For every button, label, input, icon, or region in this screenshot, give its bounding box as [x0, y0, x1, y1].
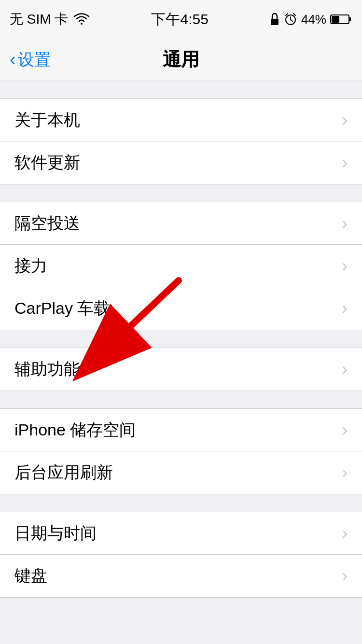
- section-gap-2: [0, 184, 362, 202]
- settings-item-label-airdrop: 隔空投送: [14, 212, 80, 235]
- settings-item-label-iphone-storage: iPhone 储存空间: [14, 419, 136, 441]
- settings-item-handoff[interactable]: 接力 ›: [0, 245, 362, 287]
- back-button[interactable]: ‹ 设置: [10, 49, 51, 71]
- svg-rect-0: [271, 19, 278, 25]
- settings-group-4: iPhone 储存空间 › 后台应用刷新 ›: [0, 408, 362, 494]
- settings-item-label-handoff: 接力: [14, 255, 47, 277]
- chevron-icon-accessibility: ›: [342, 359, 348, 379]
- battery-icon: [330, 14, 352, 25]
- carrier-text: 无 SIM 卡: [10, 10, 68, 28]
- settings-item-label-software-update: 软件更新: [14, 152, 80, 174]
- lock-icon: [269, 13, 280, 26]
- settings-item-iphone-storage[interactable]: iPhone 储存空间 ›: [0, 409, 362, 451]
- svg-line-4: [286, 14, 288, 15]
- settings-item-label-keyboard: 键盘: [14, 565, 47, 587]
- settings-item-label-accessibility: 辅助功能: [14, 358, 80, 380]
- settings-group-3: 辅助功能 ›: [0, 348, 362, 391]
- nav-title: 通用: [163, 47, 199, 72]
- settings-group-5: 日期与时间 › 键盘 ›: [0, 512, 362, 598]
- section-gap-5: [0, 494, 362, 512]
- status-right: 44%: [269, 12, 352, 27]
- back-chevron-icon: ‹: [10, 49, 16, 70]
- settings-item-label-date-time: 日期与时间: [14, 522, 97, 545]
- chevron-icon-date-time: ›: [342, 523, 348, 544]
- section-gap-top: [0, 81, 362, 98]
- chevron-icon-about: ›: [342, 110, 348, 130]
- svg-rect-7: [349, 17, 351, 21]
- settings-item-label-background-refresh: 后台应用刷新: [14, 462, 113, 484]
- chevron-icon-software-update: ›: [342, 153, 348, 173]
- settings-item-carplay[interactable]: CarPlay 车载 ›: [0, 287, 362, 330]
- status-time: 下午4:55: [151, 10, 208, 29]
- settings-item-label-carplay: CarPlay 车载: [14, 297, 110, 320]
- settings-item-software-update[interactable]: 软件更新 ›: [0, 141, 362, 184]
- settings-item-keyboard[interactable]: 键盘 ›: [0, 555, 362, 597]
- chevron-icon-handoff: ›: [342, 256, 348, 276]
- svg-rect-8: [332, 16, 339, 23]
- status-bar: 无 SIM 卡 下午4:55 44%: [0, 0, 362, 39]
- svg-line-3: [291, 20, 292, 21]
- settings-item-label-about: 关于本机: [14, 109, 80, 131]
- settings-item-background-refresh[interactable]: 后台应用刷新 ›: [0, 451, 362, 494]
- chevron-icon-background-refresh: ›: [342, 462, 348, 483]
- settings-item-accessibility[interactable]: 辅助功能 ›: [0, 348, 362, 391]
- section-gap-4: [0, 391, 362, 408]
- alarm-icon: [284, 13, 297, 26]
- chevron-icon-keyboard: ›: [342, 566, 348, 586]
- svg-line-5: [293, 14, 295, 15]
- settings-group-2: 隔空投送 › 接力 › CarPlay 车载 ›: [0, 202, 362, 330]
- back-label: 设置: [18, 49, 51, 71]
- wifi-icon: [73, 13, 90, 26]
- chevron-icon-airdrop: ›: [342, 213, 348, 234]
- section-gap-3: [0, 330, 362, 348]
- settings-group-1: 关于本机 › 软件更新 ›: [0, 98, 362, 184]
- status-left: 无 SIM 卡: [10, 10, 90, 28]
- chevron-icon-iphone-storage: ›: [342, 420, 348, 440]
- settings-item-date-time[interactable]: 日期与时间 ›: [0, 512, 362, 555]
- battery-text: 44%: [301, 12, 326, 27]
- settings-item-airdrop[interactable]: 隔空投送 ›: [0, 202, 362, 245]
- chevron-icon-carplay: ›: [342, 298, 348, 319]
- nav-bar: ‹ 设置 通用: [0, 39, 362, 81]
- settings-item-about[interactable]: 关于本机 ›: [0, 99, 362, 141]
